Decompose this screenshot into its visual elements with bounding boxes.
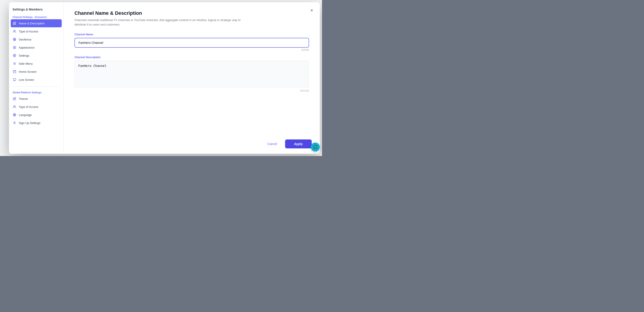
svg-rect-9 <box>13 71 16 73</box>
globe-icon <box>12 37 16 41</box>
settings-modal: Settings & Members Channel Settings - Sc… <box>9 2 320 154</box>
sidebar-item-label: Name & Description <box>19 22 45 25</box>
theme-icon <box>12 97 16 101</box>
sidebar-item-home-screen[interactable]: Home Screen <box>9 68 64 76</box>
users-global-icon <box>12 105 16 109</box>
sidebar-item-label: Live Screen <box>19 78 34 82</box>
sidebar-title: Settings & Members <box>9 8 64 14</box>
channel-name-char-count: (15/30) <box>74 49 309 51</box>
sidebar-item-label: Language <box>19 113 32 117</box>
language-icon <box>12 113 16 117</box>
sidebar-item-signup-settings[interactable]: Sign Up Settings <box>9 119 64 127</box>
signup-icon <box>12 121 16 125</box>
sidebar-item-appearance[interactable]: Appearance <box>9 44 64 52</box>
modal-footer: Cancel Apply <box>263 139 312 148</box>
modal-content-area: × Channel Name & Description Channels re… <box>64 2 320 154</box>
appearance-icon <box>12 46 16 50</box>
modal-description: Channels resemble traditional TV channel… <box>74 18 249 27</box>
sidebar-item-type-of-access[interactable]: Type of Access <box>9 27 64 35</box>
sidebar-item-label: Settings <box>19 54 29 57</box>
sidebar-item-label: Theme <box>19 97 28 101</box>
channel-name-label: Channel Name <box>74 33 309 36</box>
channel-description-textarea[interactable] <box>74 61 309 88</box>
sidebar-item-label: Side Menu <box>19 62 33 65</box>
svg-rect-11 <box>13 79 16 80</box>
svg-point-17 <box>14 122 15 123</box>
channel-description-char-count: (15/120) <box>74 89 309 92</box>
sidebar-item-theme[interactable]: Theme <box>9 95 64 103</box>
help-button[interactable]: 🎧 <box>311 143 320 152</box>
modal-sidebar: Settings & Members Channel Settings - Sc… <box>9 2 64 154</box>
apply-button[interactable]: Apply <box>285 139 312 148</box>
sidebar-item-label: Type of Access <box>19 30 38 33</box>
modal-title: Channel Name & Description <box>74 10 309 16</box>
home-screen-icon <box>12 70 16 74</box>
sidebar-divider <box>12 86 60 87</box>
sidebar-item-side-menu[interactable]: Side Menu <box>9 60 64 68</box>
sidebar-item-label: Appearance <box>19 46 34 49</box>
svg-point-0 <box>14 30 15 31</box>
cancel-button[interactable]: Cancel <box>263 140 282 148</box>
svg-point-4 <box>14 47 15 48</box>
edit-icon <box>12 21 16 25</box>
close-button[interactable]: × <box>308 7 315 14</box>
global-settings-label: Global Platform Settings: <box>9 89 64 95</box>
menu-icon <box>12 62 16 66</box>
svg-point-3 <box>13 46 16 49</box>
sidebar-item-geofence[interactable]: Geofence <box>9 35 64 44</box>
sidebar-item-settings[interactable]: Settings <box>9 52 64 60</box>
sidebar-item-label: Geofence <box>19 38 31 41</box>
sidebar-item-type-access-global[interactable]: Type of Access <box>9 103 64 111</box>
svg-point-5 <box>14 55 15 56</box>
channel-settings-label: Channel Settings - Scenarios: <box>9 14 64 19</box>
sidebar-item-label: Type of Access <box>19 105 38 109</box>
sidebar-item-live-screen[interactable]: Live Screen <box>9 76 64 84</box>
channel-description-label: Channel Description <box>74 56 309 59</box>
headset-icon: 🎧 <box>313 145 318 150</box>
sidebar-item-label: Home Screen <box>19 70 36 73</box>
sidebar-item-name-description[interactable]: Name & Description <box>11 19 62 27</box>
svg-point-14 <box>14 106 15 107</box>
channel-name-input[interactable] <box>74 38 309 48</box>
live-screen-icon <box>12 78 16 82</box>
users-icon <box>12 29 16 33</box>
gear-icon <box>12 54 16 58</box>
sidebar-item-label: Sign Up Settings <box>19 121 40 125</box>
sidebar-item-language[interactable]: Language <box>9 111 64 119</box>
